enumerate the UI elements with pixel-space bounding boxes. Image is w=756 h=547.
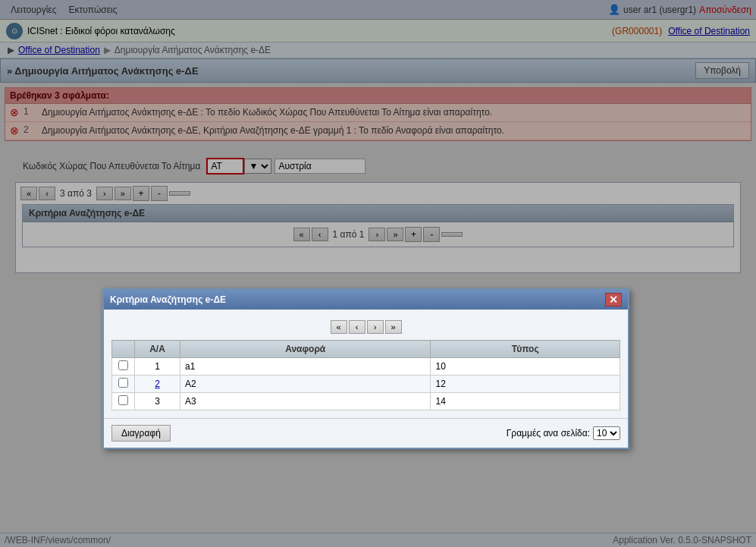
row-checkbox-cell	[112, 393, 135, 410]
table-row: 1a110	[112, 358, 620, 376]
modal-overlay	[0, 0, 756, 547]
row-aa-3: 3	[135, 393, 180, 410]
row-anafora-3: A3	[180, 393, 431, 410]
delete-button[interactable]: Διαγραφή	[111, 425, 171, 442]
rows-per-page-label: Γραμμές ανα σελίδα:	[507, 428, 590, 439]
table-header-row: A/A Αναφορά Τύπος	[112, 341, 620, 358]
row-anafora-2: A2	[180, 376, 431, 393]
table-row: 2A212	[112, 376, 620, 393]
col-checkbox-header	[112, 341, 135, 358]
modal-prev-btn[interactable]: ‹	[349, 320, 365, 334]
modal-pagination-bar: « ‹ › »	[111, 317, 620, 340]
modal-dialog: Κριτήρια Αναζήτησης e-ΔΕ ✕ « ‹ › » A/A Α…	[102, 288, 629, 449]
row-anafora-1: a1	[180, 358, 431, 376]
modal-next-btn[interactable]: ›	[367, 320, 384, 334]
modal-title-bar: Κριτήρια Αναζήτησης e-ΔΕ ✕	[104, 290, 628, 310]
row-typos-1: 10	[431, 358, 620, 376]
col-aa-header: A/A	[135, 341, 180, 358]
table-row: 3A314	[112, 393, 620, 410]
row-aa-1: 1	[135, 358, 180, 376]
col-typos-header: Τύπος	[431, 341, 620, 358]
row-checkbox-2[interactable]	[118, 378, 128, 388]
modal-close-button[interactable]: ✕	[605, 293, 622, 307]
row-checkbox-cell	[112, 376, 135, 393]
modal-body: « ‹ › » A/A Αναφορά Τύπος 1a1102A2123A31…	[104, 310, 628, 418]
modal-table: A/A Αναφορά Τύπος 1a1102A2123A314	[111, 340, 620, 410]
modal-footer: Διαγραφή Γραμμές ανα σελίδα: 10 20 50	[104, 418, 628, 448]
row-checkbox-cell	[112, 358, 135, 376]
row-typos-2: 12	[431, 376, 620, 393]
rows-per-page-select[interactable]: 10 20 50	[593, 426, 620, 440]
row-checkbox-3[interactable]	[118, 395, 128, 405]
row-typos-3: 14	[431, 393, 620, 410]
row-aa-link-2[interactable]: 2	[155, 379, 160, 389]
modal-last-btn[interactable]: »	[385, 320, 402, 334]
modal-first-btn[interactable]: «	[331, 320, 347, 334]
col-anafora-header: Αναφορά	[180, 341, 431, 358]
rows-per-page-control: Γραμμές ανα σελίδα: 10 20 50	[507, 426, 620, 440]
row-aa-2: 2	[135, 376, 180, 393]
modal-title: Κριτήρια Αναζήτησης e-ΔΕ	[110, 294, 226, 305]
row-checkbox-1[interactable]	[118, 360, 128, 370]
